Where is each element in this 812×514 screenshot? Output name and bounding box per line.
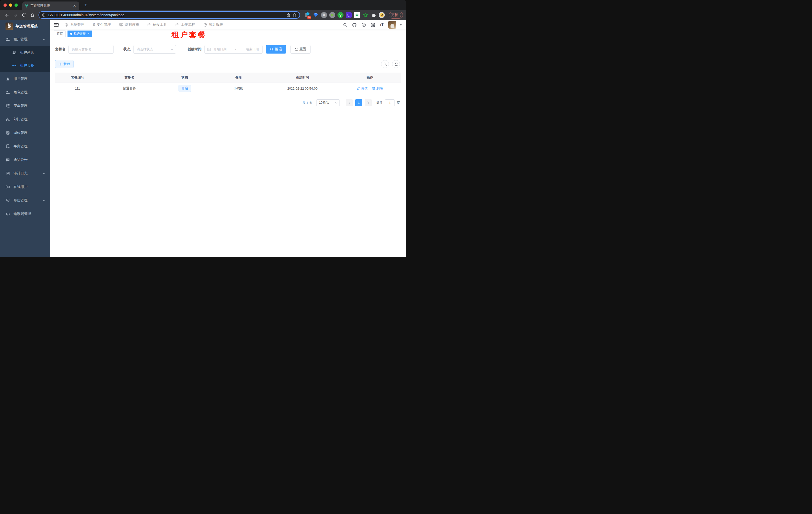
nav-item-payment[interactable]: ¥ 支付管理 [93,23,111,27]
sidebar-collapse-icon[interactable] [54,23,59,27]
sidebar-item-role-management[interactable]: 角色管理 [0,86,50,99]
extension-gem-icon[interactable] [313,12,319,18]
col-package-name: 套餐名 [100,73,159,83]
back-button[interactable] [3,11,10,19]
bookmark-star-icon[interactable] [292,13,296,17]
online-signal-icon [5,185,10,189]
cell-actions: 修改 删除 [339,83,401,94]
page-content: 套餐名 状态 请选择状态 创建时间 开始日期 [50,38,406,257]
tab-title: 芋道管理系统 [30,3,70,8]
extension-recorder-icon[interactable] [329,12,335,18]
extension-y-icon[interactable]: y [338,12,344,18]
browser-tabstrip: 芋道管理系统 ✕ + [0,0,406,10]
calendar-icon [207,48,211,51]
favicon-seedling-icon [25,4,29,8]
fullscreen-icon[interactable] [371,23,375,27]
browser-tab[interactable]: 芋道管理系统 ✕ [22,1,79,10]
url-text[interactable]: 127.0.0.1:48080/admin-ui/system/tenant/p… [48,13,284,17]
help-icon[interactable] [361,23,366,27]
sidebar-item-user-management[interactable]: 用户管理 [0,72,50,86]
tag-home[interactable]: 首页 [54,30,65,37]
date-filter-label: 创建时间 [187,47,202,52]
window-controls [3,3,18,7]
nav-item-reports[interactable]: 统计报表 [203,23,223,27]
home-button[interactable] [29,11,36,19]
book-gear-icon [5,144,10,148]
sidebar-item-notice[interactable]: 通知公告 [0,153,50,167]
new-tab-button[interactable]: + [82,1,89,8]
sidebar-item-audit-log[interactable]: 审计日志 [0,167,50,180]
forward-button[interactable] [11,11,19,19]
sidebar: 芋道管理系统 租户管理 租户列表 [0,20,50,257]
sidebar-item-sms-management[interactable]: 短信管理 [0,194,50,207]
browser-window: 芋道管理系统 ✕ + 127.0.0.1:48080/admin-ui/syst… [0,0,406,257]
goto-page-input[interactable] [385,99,395,106]
search-button[interactable]: 搜索 [266,45,286,54]
minimize-window-button[interactable] [9,3,12,7]
prev-page-button[interactable] [346,99,353,106]
user-icon [5,77,10,81]
app-header: 系统管理 ¥ 支付管理 基础设施 [50,20,406,29]
top-nav: 系统管理 ¥ 支付管理 基础设施 [65,23,223,27]
extension-shield-icon[interactable] [346,12,352,18]
browser-menu-icon[interactable] [400,13,401,17]
tag-close-icon[interactable]: × [88,32,89,35]
sidebar-item-tenant-package[interactable]: 租户套餐 [0,59,50,72]
badge-icon [5,131,10,135]
date-range-picker[interactable]: 开始日期 - 结束日期 [204,45,262,54]
date-start-placeholder[interactable]: 开始日期 [212,47,233,52]
sidebar-item-error-code[interactable]: 错误码管理 [0,207,50,221]
toggle-search-button[interactable] [381,60,389,68]
next-page-button[interactable] [365,99,372,106]
sidebar-item-dict-management[interactable]: 字典管理 [0,140,50,153]
edit-link[interactable]: 修改 [357,86,368,90]
url-bar[interactable]: 127.0.0.1:48080/admin-ui/system/tenant/p… [38,11,300,19]
font-size-icon[interactable]: TT [380,22,383,27]
tree-icon [5,104,10,108]
nav-item-workflow[interactable]: 工作流程 [175,23,195,27]
close-window-button[interactable] [3,3,7,7]
sidebar-item-department-management[interactable]: 部门管理 [0,113,50,126]
date-end-placeholder[interactable]: 结束日期 [238,47,260,52]
nav-item-devtools[interactable]: 研发工具 [147,23,167,27]
extension-chat-icon[interactable] [354,12,360,18]
tab-close-icon[interactable]: ✕ [72,4,77,8]
avatar-dropdown-icon[interactable] [400,24,402,26]
github-icon[interactable] [352,23,357,27]
extension-axure-icon[interactable]: 10 [304,12,311,18]
zoom-window-button[interactable] [14,3,18,7]
page-number-active[interactable]: 1 [355,99,362,106]
share-icon[interactable] [287,13,290,17]
reload-button[interactable] [20,11,28,19]
status-badge: 开启 [178,85,191,92]
extension-emoji-icon[interactable] [379,12,385,18]
refresh-button[interactable] [392,60,400,68]
browser-update-button[interactable]: 更新 [389,12,403,19]
briefcase-icon [175,23,179,27]
nav-item-infra[interactable]: 基础设施 [119,23,139,27]
reset-button[interactable]: 重置 [290,45,311,54]
extension-star-icon[interactable] [362,12,368,18]
user-avatar[interactable] [388,21,396,29]
site-info-icon[interactable] [42,13,46,17]
add-button[interactable]: 新增 [55,60,74,68]
header-actions: TT [343,21,402,29]
sidebar-item-online-users[interactable]: 在线用户 [0,180,50,194]
sidebar-item-menu-management[interactable]: 菜单管理 [0,99,50,113]
page-size-select[interactable]: 10条/页 [316,99,340,106]
tag-tenant-package[interactable]: 租户套餐 × [67,30,92,37]
delete-link[interactable]: 删除 [372,86,383,90]
sidebar-submenu-tenant: 租户列表 租户套餐 [0,46,50,72]
sidebar-item-tenant-management[interactable]: 租户管理 [0,32,50,46]
search-icon[interactable] [343,23,347,27]
status-filter-label: 状态 [123,47,130,52]
tags-bar: 首页 租户套餐 × 租户套餐 [50,29,406,38]
nav-item-system[interactable]: 系统管理 [65,23,84,27]
monitor-icon [119,23,123,27]
extension-puzzle-icon[interactable] [371,12,377,18]
sidebar-item-tenant-list[interactable]: 租户列表 [0,46,50,59]
extension-command-icon[interactable]: ⌘ [321,12,327,18]
status-filter-select[interactable]: 请选择状态 [134,45,176,54]
sidebar-item-post-management[interactable]: 岗位管理 [0,126,50,140]
name-filter-input[interactable] [68,45,114,54]
